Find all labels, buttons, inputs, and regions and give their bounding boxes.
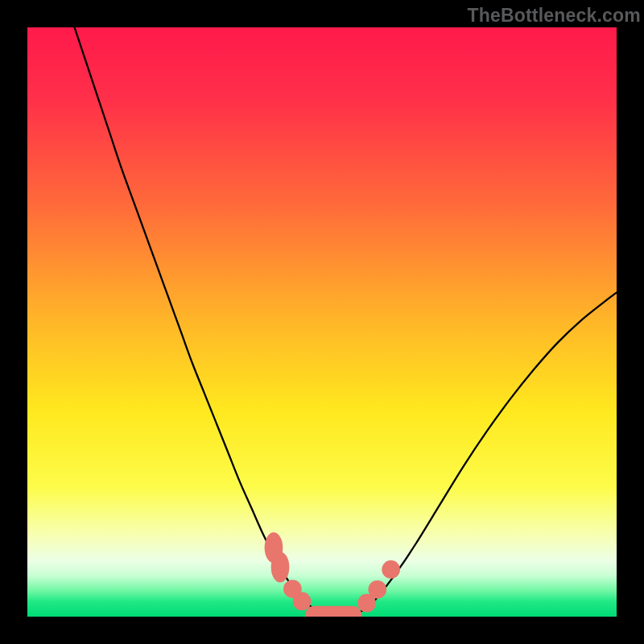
marker-point — [382, 560, 400, 579]
chart-frame: TheBottleneck.com — [0, 0, 644, 644]
marker-point — [271, 551, 290, 582]
marker-point — [293, 592, 312, 611]
marker-point — [305, 606, 361, 617]
watermark-text: TheBottleneck.com — [467, 5, 641, 27]
chart-plot-area — [27, 27, 617, 617]
marker-point — [368, 580, 386, 599]
gradient-background — [27, 27, 617, 617]
